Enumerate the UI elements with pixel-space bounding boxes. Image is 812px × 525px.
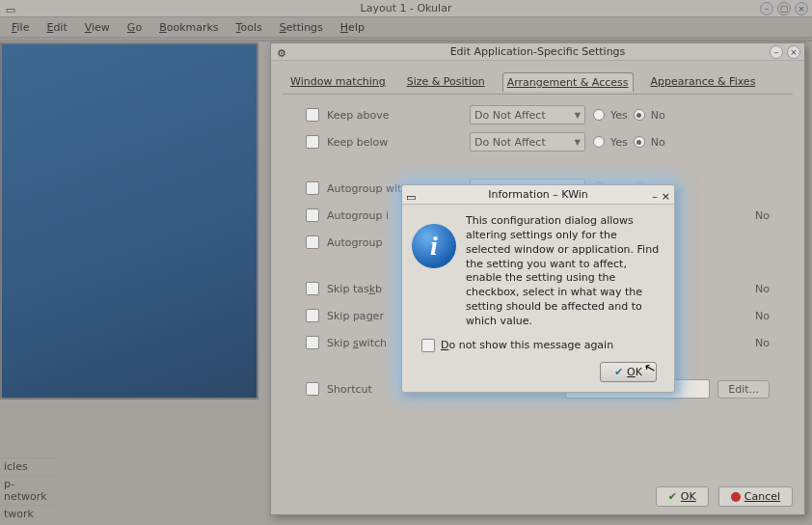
menu-go[interactable]: Go — [120, 19, 149, 36]
side-panel-snippet: icles p-network twork — [0, 457, 58, 522]
side-item[interactable]: icles — [0, 457, 58, 475]
menu-file[interactable]: File — [4, 19, 37, 36]
settings-tabs: Window matching Size & Position Arrangem… — [283, 72, 793, 95]
side-item[interactable]: twork — [0, 505, 58, 522]
tab-appearance-fixes[interactable]: Appearance & Fixes — [647, 72, 760, 92]
check-icon: ✔ — [614, 366, 623, 378]
settings-title: Edit Application-Specific Settings — [450, 45, 626, 58]
menu-tools[interactable]: Tools — [229, 19, 270, 36]
checkbox-autogroup-fg[interactable] — [306, 208, 319, 222]
menubar: File Edit View Go Bookmarks Tools Settin… — [0, 17, 812, 38]
checkbox-dont-show[interactable] — [421, 339, 435, 352]
menu-edit[interactable]: Edit — [39, 19, 74, 36]
menu-view[interactable]: View — [77, 19, 118, 36]
settings-cancel-button[interactable]: Cancel — [718, 486, 793, 507]
chevron-down-icon: ▼ — [575, 138, 581, 147]
settings-icon: ⚙ — [275, 45, 288, 59]
maximize-icon[interactable]: ▢ — [777, 2, 791, 15]
document-view[interactable] — [0, 42, 258, 400]
settings-titlebar: ⚙ Edit Application-Specific Settings – × — [271, 43, 804, 61]
checkbox-autogroup-id[interactable] — [306, 235, 319, 249]
tab-size-position[interactable]: Size & Position — [403, 72, 489, 92]
app-icon: ▭ — [4, 2, 17, 15]
tab-window-matching[interactable]: Window matching — [286, 72, 390, 92]
checkbox-skip-taskbar[interactable] — [306, 282, 319, 295]
radio-no[interactable] — [634, 109, 645, 121]
menu-help[interactable]: Help — [333, 19, 372, 36]
edit-button[interactable]: Edit... — [717, 380, 770, 399]
checkbox-skip-pager[interactable] — [306, 309, 319, 322]
chevron-down-icon: ▼ — [575, 111, 581, 120]
cancel-icon — [731, 492, 741, 502]
check-icon: ✔ — [668, 490, 677, 503]
info-ok-button[interactable]: ✔ OK — [600, 362, 657, 382]
menu-bookmarks[interactable]: Bookmarks — [151, 19, 226, 36]
checkbox-keep-below[interactable] — [306, 135, 319, 149]
info-message: This configuration dialog allows alterin… — [466, 214, 661, 329]
main-titlebar: ▭ Layout 1 - Okular – ▢ × — [0, 0, 812, 17]
info-dialog: ▭ Information – KWin – × i This configur… — [401, 184, 675, 393]
info-icon: i — [412, 224, 456, 268]
close-icon[interactable]: × — [795, 2, 808, 15]
side-item[interactable]: p-network — [0, 475, 58, 505]
minimize-icon[interactable]: – — [760, 2, 773, 15]
tab-arrangement-access[interactable]: Arrangement & Access — [502, 72, 634, 92]
minimize-icon[interactable]: – — [652, 187, 658, 207]
row-keep-above: Keep above Do Not Affect▼ YesNo — [306, 104, 770, 125]
checkbox-keep-above[interactable] — [306, 108, 319, 122]
info-titlebar: ▭ Information – KWin – × — [402, 185, 674, 205]
row-keep-below: Keep below Do Not Affect▼ YesNo — [306, 131, 770, 152]
combo-keep-above[interactable]: Do Not Affect▼ — [470, 105, 585, 124]
info-title: Information – KWin — [488, 188, 588, 201]
minimize-icon[interactable]: – — [770, 45, 783, 59]
checkbox-skip-switcher[interactable] — [306, 336, 319, 349]
menu-settings[interactable]: Settings — [272, 19, 331, 36]
radio-no[interactable] — [634, 136, 645, 148]
checkbox-autogroup-identical[interactable] — [306, 181, 319, 195]
main-title: Layout 1 - Okular — [361, 2, 452, 14]
settings-ok-button[interactable]: ✔OK — [656, 486, 709, 507]
info-window-icon: ▭ — [406, 188, 416, 207]
combo-keep-below[interactable]: Do Not Affect▼ — [470, 132, 585, 152]
checkbox-shortcut[interactable] — [306, 382, 319, 396]
close-icon[interactable]: × — [787, 45, 800, 59]
dont-show-label: Do not show this message again — [441, 339, 613, 351]
radio-yes[interactable] — [593, 109, 605, 121]
close-icon[interactable]: × — [662, 187, 670, 207]
radio-yes[interactable] — [593, 136, 605, 148]
